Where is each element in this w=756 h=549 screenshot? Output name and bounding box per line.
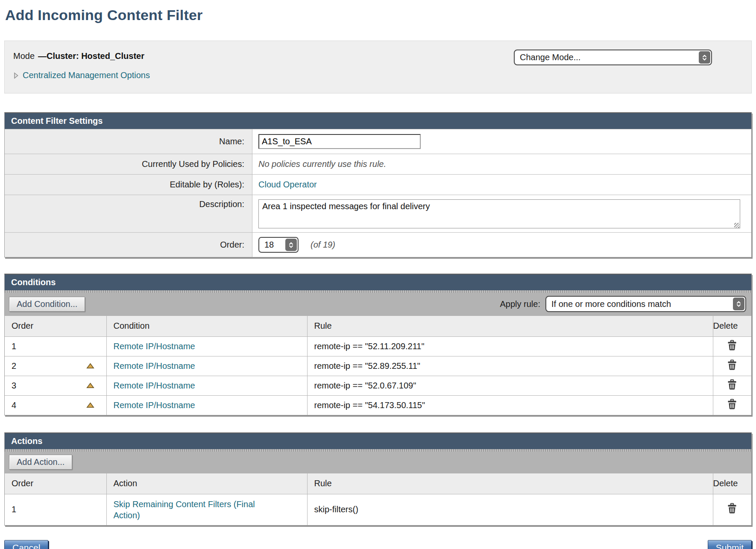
column-header-order: Order <box>5 473 106 494</box>
trash-icon <box>727 359 737 371</box>
move-up-button[interactable] <box>86 383 94 388</box>
change-mode-selected-value: Change Mode... <box>515 50 698 64</box>
column-header-delete: Delete <box>713 473 751 494</box>
column-header-rule: Rule <box>307 316 713 336</box>
move-up-button[interactable] <box>86 402 94 408</box>
settings-row-name: Name: <box>5 129 751 154</box>
mode-value: —Cluster: Hosted_Cluster <box>38 51 144 61</box>
condition-rule-text: remote-ip == "52.11.209.211" <box>314 342 425 351</box>
delete-button[interactable] <box>727 503 737 514</box>
page: Add Incoming Content Filter Mode —Cluste… <box>0 0 756 549</box>
conditions-table-header-row: Order Condition Rule Delete <box>5 316 751 336</box>
trash-icon <box>727 503 737 514</box>
select-stepper-icon <box>699 51 710 64</box>
delete-button[interactable] <box>727 340 737 351</box>
table-row: 3 Remote IP/Hostname remote-ip == "52.0.… <box>5 376 751 395</box>
actions-table: Order Action Rule Delete 1 Skip Remainin… <box>5 473 751 525</box>
content-filter-settings-section: Content Filter Settings Name: Currently … <box>4 112 752 257</box>
name-label: Name: <box>5 129 252 154</box>
actions-section: Actions Add Action... Order Action Rule … <box>4 432 752 526</box>
policies-value: No policies currently use this rule. <box>258 159 386 169</box>
change-mode-select[interactable]: Change Mode... <box>514 50 712 65</box>
actions-toolbar: Add Action... <box>5 449 751 473</box>
move-up-button[interactable] <box>86 363 94 369</box>
order-selected-value: 18 <box>259 238 284 252</box>
order-select[interactable]: 18 <box>258 237 299 253</box>
table-row: 4 Remote IP/Hostname remote-ip == "54.17… <box>5 395 751 415</box>
actions-header: Actions <box>5 433 751 449</box>
conditions-header: Conditions <box>5 274 751 290</box>
description-textarea[interactable]: Area 1 inspected messages for final deli… <box>258 199 740 228</box>
trash-icon <box>727 340 737 351</box>
condition-link[interactable]: Remote IP/Hostname <box>114 361 195 371</box>
apply-rule-selected-value: If one or more conditions match <box>546 297 732 311</box>
condition-order: 1 <box>12 342 16 351</box>
condition-link[interactable]: Remote IP/Hostname <box>114 342 195 351</box>
roles-label: Editable by (Roles): <box>5 175 252 195</box>
condition-order: 2 <box>12 361 16 371</box>
condition-order: 3 <box>12 381 16 391</box>
delete-button[interactable] <box>727 399 737 410</box>
table-row: 2 Remote IP/Hostname remote-ip == "52.89… <box>5 356 751 376</box>
conditions-section: Conditions Add Condition... Apply rule: … <box>4 274 752 415</box>
delete-button[interactable] <box>727 359 737 371</box>
condition-rule-text: remote-ip == "52.0.67.109" <box>314 381 416 390</box>
footer-bar: Cancel Submit <box>4 540 752 549</box>
trash-icon <box>727 399 737 410</box>
column-header-rule: Rule <box>307 473 713 494</box>
policies-label: Currently Used by Policies: <box>5 154 252 174</box>
apply-rule-label: Apply rule: <box>500 299 541 309</box>
settings-row-description: Description: Area 1 inspected messages f… <box>5 195 751 232</box>
submit-button[interactable]: Submit <box>708 540 752 549</box>
order-total-text: (of 19) <box>311 240 335 250</box>
cancel-button[interactable]: Cancel <box>4 540 48 549</box>
table-row: 1 Skip Remaining Content Filters (Final … <box>5 494 751 525</box>
content-filter-settings-header: Content Filter Settings <box>5 113 751 129</box>
settings-row-order: Order: 18 (of 19) <box>5 232 751 257</box>
column-header-condition: Condition <box>106 316 307 336</box>
select-stepper-icon <box>285 239 297 251</box>
mode-label: Mode <box>13 51 35 61</box>
mode-panel: Mode —Cluster: Hosted_Cluster Change Mod… <box>4 41 752 93</box>
table-row: 1 Remote IP/Hostname remote-ip == "52.11… <box>5 336 751 356</box>
actions-table-header-row: Order Action Rule Delete <box>5 473 751 494</box>
action-rule-text: skip-filters() <box>314 505 358 514</box>
move-up-icon <box>86 383 94 388</box>
action-order: 1 <box>12 505 16 514</box>
page-title: Add Incoming Content Filter <box>5 7 752 23</box>
move-up-icon <box>86 363 94 369</box>
select-stepper-icon <box>733 298 744 310</box>
move-up-icon <box>86 402 94 408</box>
conditions-toolbar: Add Condition... Apply rule: If one or m… <box>5 290 751 316</box>
conditions-table: Order Condition Rule Delete 1 Remote IP/… <box>5 316 751 415</box>
apply-rule-select[interactable]: If one or more conditions match <box>545 296 746 312</box>
trash-icon <box>727 379 737 390</box>
disclosure-triangle-icon[interactable] <box>13 72 19 79</box>
order-label: Order: <box>5 233 252 257</box>
centralized-management-options-link[interactable]: Centralized Management Options <box>23 70 150 80</box>
condition-rule-text: remote-ip == "52.89.255.11" <box>314 361 420 371</box>
delete-button[interactable] <box>727 379 737 390</box>
centralized-management-options-row: Centralized Management Options <box>13 70 743 80</box>
roles-link[interactable]: Cloud Operator <box>258 180 317 190</box>
column-header-order: Order <box>5 316 106 336</box>
condition-link[interactable]: Remote IP/Hostname <box>114 381 195 390</box>
condition-link[interactable]: Remote IP/Hostname <box>114 400 195 410</box>
apply-rule-group: Apply rule: If one or more conditions ma… <box>500 296 747 312</box>
description-label: Description: <box>5 195 252 232</box>
column-header-action: Action <box>106 473 307 494</box>
add-condition-button[interactable]: Add Condition... <box>9 297 85 312</box>
action-link[interactable]: Skip Remaining Content Filters (Final Ac… <box>114 499 276 521</box>
add-action-button[interactable]: Add Action... <box>9 455 72 470</box>
name-input[interactable] <box>258 134 421 149</box>
settings-row-policies: Currently Used by Policies: No policies … <box>5 154 751 174</box>
condition-order: 4 <box>12 400 16 410</box>
condition-rule-text: remote-ip == "54.173.50.115" <box>314 400 425 410</box>
description-textarea-wrap: Area 1 inspected messages for final deli… <box>258 199 740 231</box>
settings-row-roles: Editable by (Roles): Cloud Operator <box>5 174 751 195</box>
column-header-delete: Delete <box>713 316 751 336</box>
